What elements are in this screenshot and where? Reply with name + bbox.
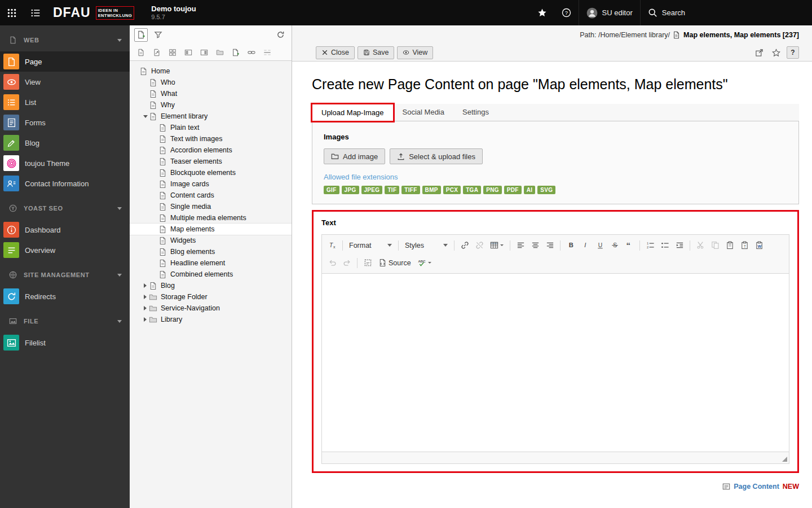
tree-node-who[interactable]: Who [130,77,292,88]
sidebar-section-site-management[interactable]: SITE MANAGEMENT [0,264,130,286]
collapse-toggle-icon[interactable] [142,115,149,118]
add-image-button[interactable]: Add image [324,148,385,164]
sidebar-section-yoast-seo[interactable]: YOAST SEO [0,197,130,220]
strike-button[interactable]: S [607,239,622,252]
tree-node-widgets[interactable]: Widgets [130,235,292,246]
refresh-icon[interactable] [273,28,287,42]
sidebar-item-toujou-theme[interactable]: toujou Theme [0,153,130,173]
unlink-button[interactable] [472,239,487,252]
dt-divider-icon[interactable] [262,47,273,58]
expand-toggle-icon[interactable] [142,283,149,288]
bookmarks-button[interactable] [530,0,554,25]
t-page-icon[interactable] [135,47,147,58]
underline-button[interactable]: U [593,239,607,252]
sidebar-section-file[interactable]: FILE [0,310,130,332]
tree-node-plain-text[interactable]: Plain text [130,122,292,133]
paste-text-button[interactable]: T [737,239,752,252]
list-menu-icon[interactable] [24,0,47,25]
docplus-icon[interactable] [230,47,241,58]
user-menu[interactable]: SU editor [579,0,640,25]
redo-button[interactable] [339,256,354,270]
tree-node-combined-elements[interactable]: Combined elements [130,269,292,280]
tree-node-multiple-media-elements[interactable]: Multiple media elements [130,212,292,224]
bullet-list-button[interactable] [657,239,672,252]
link-button[interactable] [457,239,472,252]
tab-social-media[interactable]: Social Media [394,104,453,121]
paste-word-button[interactable]: W [752,239,766,252]
sidebar-item-overview[interactable]: Overview [0,240,130,260]
tree-node-accordion-elements[interactable]: Accordion elements [130,144,292,156]
expand-toggle-icon[interactable] [142,317,149,322]
close-button[interactable]: Close [316,46,355,59]
format-dropdown[interactable]: Format [346,239,395,252]
select-all-button[interactable] [360,256,375,270]
dt-grid-icon[interactable] [167,47,178,58]
tree-node-element-library[interactable]: Element library [130,111,292,122]
indent-button[interactable] [672,239,687,252]
context-help-button[interactable]: ? [787,46,799,59]
remove-format-button[interactable]: Tx [325,239,339,252]
tree-node-image-cards[interactable]: Image cards [130,178,292,190]
tab-upload-map-image[interactable]: Upload Map-Image [312,104,394,121]
select-upload-files-button[interactable]: Select & upload files [390,148,483,164]
bookmark-star-icon[interactable] [770,46,782,59]
view-button[interactable]: View [397,46,433,59]
tree-node-blog[interactable]: Blog [130,280,292,291]
open-new-window-icon[interactable] [753,46,765,59]
sidebar-item-filelist[interactable]: Filelist [0,332,130,353]
expand-toggle-icon[interactable] [142,306,149,310]
tree-node-teaser-elements[interactable]: Teaser elements [130,156,292,167]
source-button[interactable]: Source [375,256,414,270]
resize-handle[interactable] [782,457,787,462]
sidebar-item-dashboard[interactable]: Dashboard [0,220,130,240]
rte-editing-area[interactable] [322,274,789,452]
tree-node-blog-elements[interactable]: Blog elements [130,246,292,257]
dt-link-icon[interactable] [246,47,257,58]
tree-node-library[interactable]: Library [130,314,292,325]
italic-button[interactable]: I [578,239,593,252]
tree-node-why[interactable]: Why [130,99,292,111]
dt-left-icon[interactable] [183,47,194,58]
tree-node-home[interactable]: Home [130,65,292,77]
copy-button[interactable] [708,239,722,252]
align-center-button[interactable] [528,239,542,252]
new-page-button[interactable] [134,28,148,42]
t-folder-icon[interactable] [214,47,226,58]
spellcheck-button[interactable]: ABC [414,256,435,270]
tree-node-blockquote-elements[interactable]: Blockquote elements [130,167,292,178]
search-button[interactable]: Search [641,0,692,25]
sidebar-section-web[interactable]: WEB [0,29,130,51]
expand-toggle-icon[interactable] [142,295,149,299]
tree-node-map-elements[interactable]: Map elements [130,224,292,235]
modules-grid-icon[interactable] [0,0,24,25]
blockquote-button[interactable]: “ [622,239,637,252]
tab-settings[interactable]: Settings [453,104,498,121]
help-button[interactable]: ? [554,0,579,25]
paste-button[interactable] [722,239,737,252]
sidebar-item-view[interactable]: View [0,72,130,92]
undo-button[interactable] [325,256,339,270]
sidebar-item-page[interactable]: Page [0,51,130,72]
save-button[interactable]: Save [358,46,395,59]
tree-node-what[interactable]: What [130,88,292,99]
filter-icon[interactable] [151,28,165,42]
bold-button[interactable]: B [563,239,578,252]
sidebar-item-list[interactable]: List [0,92,130,112]
dt-shortcut-icon[interactable] [151,47,162,58]
align-left-button[interactable] [513,239,528,252]
ordered-list-button[interactable]: 12 [643,239,657,252]
sidebar-item-blog[interactable]: Blog [0,133,130,153]
allowed-file-extensions-link[interactable]: Allowed file extensions [324,173,398,181]
align-right-button[interactable] [542,239,557,252]
sidebar-item-contact-information[interactable]: Contact Information [0,173,130,194]
sidebar-item-forms[interactable]: Forms [0,112,130,133]
sidebar-item-redirects[interactable]: Redirects [0,286,130,306]
tree-node-content-cards[interactable]: Content cards [130,190,292,201]
tree-node-service-navigation[interactable]: Service-Navigation [130,303,292,314]
tree-node-single-media[interactable]: Single media [130,201,292,212]
tree-node-headline-element[interactable]: Headline element [130,257,292,269]
styles-dropdown[interactable]: Styles [401,239,451,252]
tree-node-text-with-images[interactable]: Text with images [130,133,292,144]
dt-right-icon[interactable] [198,47,210,58]
cut-button[interactable] [693,239,708,252]
